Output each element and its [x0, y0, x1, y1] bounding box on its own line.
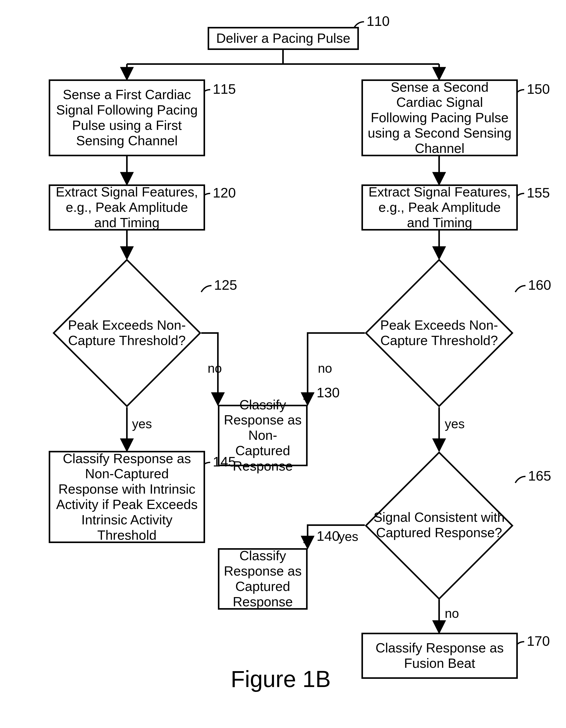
node-id-160: 160	[528, 278, 551, 292]
node-text: Classify Response as Captured Response	[223, 548, 302, 609]
figure-title: Figure 1B	[231, 666, 331, 692]
flowchart-stage: { "figure_title": "Figure 1B", "nodes": …	[0, 0, 566, 728]
node-id-170: 170	[527, 634, 550, 648]
node-id-115: 115	[213, 82, 236, 96]
node-text: Sense a Second Cardiac Signal Following …	[367, 80, 512, 156]
edge-label-160-yes: yes	[445, 418, 465, 430]
process-sense-second-signal: Sense a Second Cardiac Signal Following …	[362, 79, 518, 156]
node-text: Peak Exceeds Non-Capture Threshold?	[53, 318, 201, 348]
process-classify-non-captured-intrinsic: Classify Response as Non-Captured Respon…	[49, 451, 205, 543]
node-text: Extract Signal Features, e.g., Peak Ampl…	[367, 184, 512, 230]
node-id-150: 150	[527, 82, 550, 96]
node-id-140: 140	[317, 529, 340, 543]
process-extract-features-first: Extract Signal Features, e.g., Peak Ampl…	[49, 184, 205, 231]
node-text: Classify Response as Fusion Beat	[367, 640, 512, 671]
process-classify-captured: Classify Response as Captured Response	[218, 548, 308, 610]
process-classify-fusion-beat: Classify Response as Fusion Beat	[362, 633, 518, 679]
edge-label-160-no: no	[318, 362, 332, 375]
node-id-155: 155	[527, 186, 550, 200]
node-text: Extract Signal Features, e.g., Peak Ampl…	[54, 184, 199, 230]
node-text: Peak Exceeds Non-Capture Threshold?	[365, 318, 513, 348]
edge-label-125-no: no	[208, 362, 222, 375]
node-id-110: 110	[367, 14, 390, 28]
process-sense-first-signal: Sense a First Cardiac Signal Following P…	[49, 79, 205, 156]
node-id-165: 165	[528, 469, 551, 483]
process-deliver-pacing-pulse: Deliver a Pacing Pulse	[208, 27, 359, 50]
node-id-145: 145	[213, 455, 236, 469]
edge-label-165-yes: yes	[339, 530, 358, 543]
node-text: Sense a First Cardiac Signal Following P…	[54, 87, 199, 148]
node-id-125: 125	[214, 278, 237, 292]
node-id-120: 120	[213, 186, 236, 200]
node-text: Classify Response as Non-Captured Respon…	[54, 451, 199, 543]
edge-label-125-yes: yes	[132, 418, 152, 430]
node-text: Signal Consistent with Captured Response…	[364, 510, 514, 540]
edge-label-165-no: no	[445, 607, 459, 620]
node-text: Deliver a Pacing Pulse	[216, 31, 350, 46]
process-extract-features-second: Extract Signal Features, e.g., Peak Ampl…	[362, 184, 518, 231]
node-id-130: 130	[317, 386, 340, 399]
